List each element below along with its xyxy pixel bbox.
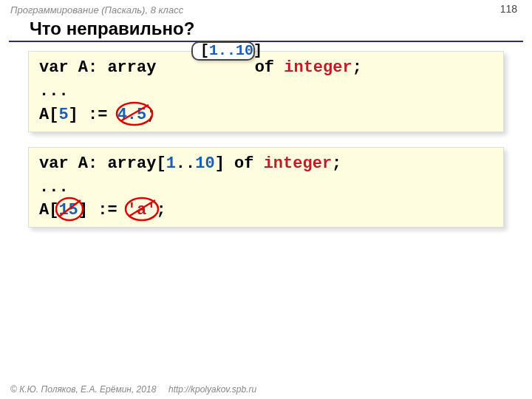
- code-text: ] of: [215, 154, 264, 173]
- code-text: A[: [39, 106, 58, 124]
- code-text: ] :=: [69, 106, 117, 124]
- course-meta: Программирование (Паскаль), 8 класс: [0, 0, 532, 16]
- range-num: 1: [166, 154, 176, 173]
- page-number: 118: [500, 3, 517, 15]
- error-mark: 'a': [127, 199, 157, 222]
- code-text: var A: array: [39, 58, 156, 77]
- type-name: integer: [284, 58, 352, 77]
- code-text: ;: [352, 58, 362, 77]
- code-text: ..: [176, 154, 195, 173]
- code-line: A[15] := 'a';: [39, 199, 493, 222]
- range-num: 10: [195, 154, 214, 173]
- footer-url: http://kpolyakov.spb.ru: [168, 384, 256, 395]
- footer: © К.Ю. Поляков, Е.А. Ерёмин, 2018 http:/…: [10, 384, 256, 395]
- bad-value: 'a': [127, 201, 157, 219]
- code-line: var A: array of integer;: [39, 56, 493, 80]
- code-text: A[: [39, 201, 58, 219]
- code-line: var A: array[1..10] of integer;: [39, 152, 493, 176]
- callout-open: [: [200, 42, 209, 59]
- type-name: integer: [264, 154, 332, 173]
- callout-close: ]: [253, 42, 262, 59]
- error-mark: 4.5: [117, 103, 147, 127]
- range-callout: [1..10]: [191, 41, 255, 61]
- bad-index: 15: [58, 201, 78, 219]
- code-block-1: [1..10] var A: array of integer; ... A[5…: [28, 51, 504, 132]
- code-text: ;: [146, 106, 156, 124]
- code-line: ...: [39, 176, 493, 200]
- copyright-text: © К.Ю. Поляков, Е.А. Ерёмин, 2018: [10, 384, 156, 395]
- code-text: ;: [156, 201, 166, 219]
- code-line: ...: [39, 80, 493, 103]
- code-text: ;: [332, 154, 341, 173]
- code-line: A[5] := 4.5;: [39, 103, 493, 127]
- code-block-2: var A: array[1..10] of integer; ... A[15…: [28, 147, 504, 228]
- slide-title: Что неправильно?: [9, 16, 523, 42]
- bad-value: 4.5: [117, 106, 147, 124]
- code-text: ] :=: [78, 201, 127, 219]
- error-mark: 15: [58, 199, 78, 222]
- callout-range: 1..10: [209, 42, 253, 59]
- code-text: var A: array[: [39, 154, 166, 173]
- code-text: of: [245, 58, 284, 77]
- index-literal: 5: [58, 106, 68, 124]
